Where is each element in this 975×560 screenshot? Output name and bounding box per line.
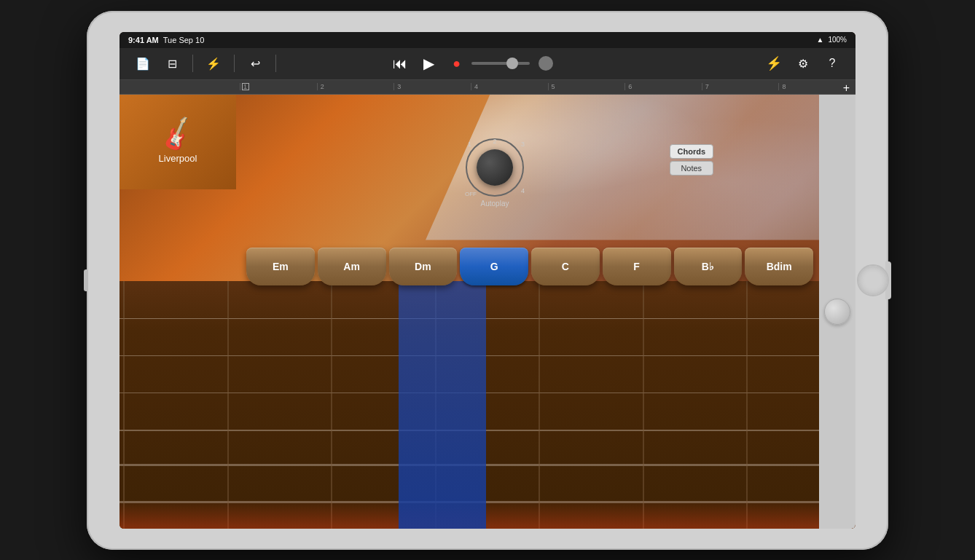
record-button[interactable]: ● <box>445 52 469 75</box>
right-panel-button[interactable] <box>824 299 850 325</box>
new-song-button[interactable]: 📄 <box>131 52 154 75</box>
battery-icon: 100% <box>828 36 847 44</box>
ruler-mark-6: 6 <box>624 83 702 90</box>
toolbar-right: ⚡ ⚙ ? <box>762 52 844 75</box>
ruler-mark-2: 2 <box>317 83 394 90</box>
toolbar-separator-2 <box>234 55 235 72</box>
dial-labels: 1 2 3 4 OFF <box>462 135 528 200</box>
autoplay-label: Autoplay <box>481 200 509 208</box>
fret-dividers <box>120 281 855 529</box>
fret-div-5 <box>539 281 540 529</box>
autoplay-dial-container[interactable]: 1 2 3 4 OFF <box>466 138 524 197</box>
fretboard-section <box>120 281 855 529</box>
autoplay-control: 1 2 3 4 OFF Autoplay <box>466 138 524 208</box>
timeline-ruler: 1 2 3 4 5 6 7 8 + <box>120 80 855 95</box>
ruler-mark-5: 5 <box>548 83 625 90</box>
notes-toggle-button[interactable]: Notes <box>670 161 714 176</box>
tracks-button[interactable]: ⊟ <box>160 52 184 75</box>
chord-button-g[interactable]: G <box>460 248 528 285</box>
play-button[interactable]: ▶ <box>416 50 442 76</box>
chords-toggle-button[interactable]: Chords <box>670 144 714 159</box>
status-date: Tue Sep 10 <box>163 36 204 44</box>
chords-notes-toggle: Chords Notes <box>670 144 714 176</box>
volume-knob[interactable] <box>539 56 553 71</box>
metronome-button[interactable]: ⚡ <box>762 52 786 75</box>
screen: 9:41 AM Tue Sep 10 ▲ 100% 📄 ⊟ ⚡ ↩ ⏮ ▶ ● <box>120 32 855 529</box>
active-chord-highlight <box>399 281 486 529</box>
ruler-mark-4: 4 <box>471 83 548 90</box>
fret-div-7 <box>746 281 748 529</box>
ruler-marks: 1 2 3 4 5 6 7 8 <box>240 83 855 90</box>
fret-div-6 <box>643 281 644 529</box>
ruler-mark-7: 7 <box>702 83 779 90</box>
right-panel <box>819 95 855 529</box>
chord-button-bdim[interactable]: Bdim <box>745 248 813 285</box>
dial-label-3: 3 <box>521 141 525 148</box>
track-name: Liverpool <box>159 153 197 164</box>
dial-label-2: 2 <box>493 138 496 145</box>
mixer-button[interactable]: ⚡ <box>202 52 225 75</box>
chord-button-c[interactable]: C <box>531 248 600 285</box>
dial-label-1: 1 <box>468 141 471 148</box>
ruler-mark-3: 3 <box>393 83 471 90</box>
status-icons: ▲ 100% <box>817 36 847 44</box>
toolbar: 📄 ⊟ ⚡ ↩ ⏮ ▶ ● ⚡ ⚙ ? <box>120 48 855 80</box>
home-button[interactable] <box>857 264 889 296</box>
skip-back-button[interactable]: ⏮ <box>387 50 413 76</box>
volume-slider[interactable] <box>471 62 530 65</box>
wifi-icon: ▲ <box>817 36 824 44</box>
fret-div-3 <box>331 281 332 529</box>
chord-button-dm[interactable]: Dm <box>389 248 458 285</box>
track-header[interactable]: 🎸 Liverpool <box>120 95 236 189</box>
side-button-left[interactable] <box>84 269 88 291</box>
chord-button-f[interactable]: F <box>603 248 671 285</box>
chord-button-bb[interactable]: B♭ <box>674 248 743 285</box>
track-area: 🎸 Liverpool Em Am Dm G C F B♭ Bdim <box>120 95 855 529</box>
guitar-icon: 🎸 <box>157 115 199 155</box>
chord-button-em[interactable]: Em <box>246 248 315 285</box>
status-bar: 9:41 AM Tue Sep 10 ▲ 100% <box>120 32 855 48</box>
bottom-glow <box>120 500 855 529</box>
playhead-marker[interactable] <box>242 83 249 90</box>
dial-label-off: OFF <box>465 191 477 197</box>
toolbar-separator-1 <box>192 55 193 72</box>
ipad-frame: 9:41 AM Tue Sep 10 ▲ 100% 📄 ⊟ ⚡ ↩ ⏮ ▶ ● <box>87 11 888 550</box>
ruler-mark-1: 1 <box>240 83 317 90</box>
transport-group: ⏮ ▶ ● <box>387 50 553 76</box>
main-content: 🎸 Liverpool Em Am Dm G C F B♭ Bdim <box>120 95 855 529</box>
dial-label-4: 4 <box>521 187 525 194</box>
help-button[interactable]: ? <box>821 52 844 75</box>
tempo-button[interactable]: ⚙ <box>791 52 815 75</box>
fret-div-1 <box>123 281 125 529</box>
chord-buttons-row: Em Am Dm G C F B♭ Bdim <box>120 245 819 288</box>
undo-button[interactable]: ↩ <box>243 52 267 75</box>
status-time: 9:41 AM <box>128 36 159 44</box>
add-track-button[interactable]: + <box>843 82 850 95</box>
fret-div-2 <box>227 281 229 529</box>
chord-button-am[interactable]: Am <box>318 248 386 285</box>
toolbar-separator-3 <box>275 55 276 72</box>
